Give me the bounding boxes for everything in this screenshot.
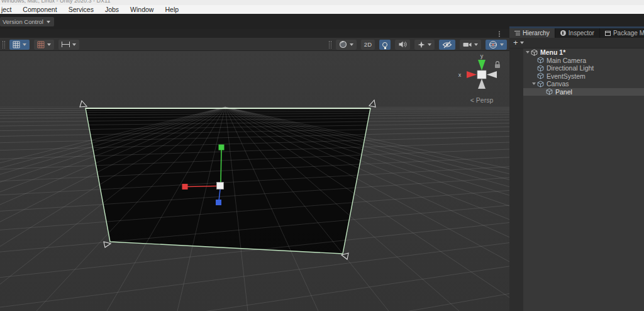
tab-inspector[interactable]: Inspector <box>555 28 600 38</box>
scene-audio-button[interactable] <box>395 40 410 50</box>
scene-icon <box>531 49 538 56</box>
gizmo-x-handle[interactable] <box>182 184 188 189</box>
gizmo-y-handle[interactable] <box>219 145 225 150</box>
tab-label: Package Manager <box>613 30 644 37</box>
foldout-arrow-icon[interactable] <box>525 51 531 54</box>
unity-editor-window: Windows, Mac, Linux - Unity 2020.3 - DX1… <box>0 0 644 311</box>
version-control-label: Version Control <box>3 18 43 25</box>
hierarchy-icon <box>514 31 520 35</box>
eye-slash-icon <box>442 41 452 48</box>
tab-package-manager[interactable]: Package Manager <box>600 28 644 38</box>
gameobject-cube-icon <box>546 88 553 95</box>
chevron-down-icon[interactable] <box>520 42 524 44</box>
chevron-down-icon <box>474 43 478 46</box>
chevron-down-icon <box>428 43 431 46</box>
grid-icon <box>13 41 20 48</box>
gizmo-sphere-icon <box>489 40 497 49</box>
axis-x-label: x <box>458 72 462 78</box>
hierarchy-row-directional-light[interactable]: Directional Light <box>509 64 644 72</box>
pane-menu-icon[interactable] <box>497 31 502 37</box>
gameobject-label: EventSystem <box>547 72 586 80</box>
grid-visibility-button[interactable] <box>9 40 30 50</box>
effects-star-icon <box>418 41 425 48</box>
gizmo-x-axis-line <box>187 186 217 187</box>
2d-toggle-button[interactable]: 2D <box>361 40 375 50</box>
tab-label: Inspector <box>569 30 594 37</box>
menu-help[interactable]: Help <box>159 5 184 14</box>
grid-snapping-button[interactable] <box>34 40 54 50</box>
grid-snap-icon <box>37 41 45 48</box>
gizmo-z-handle[interactable] <box>216 200 221 205</box>
panel-tab-bar: Hierarchy Inspector Package Manager <box>509 28 644 38</box>
gameobject-label: Directional Light <box>547 64 594 72</box>
window-title-bar: Windows, Mac, Linux - Unity 2020.3 - DX1… <box>0 0 644 5</box>
orientation-center-cube[interactable] <box>477 71 486 79</box>
scene-visibility-button[interactable] <box>439 40 455 50</box>
hierarchy-row-main-camera[interactable]: Main Camera <box>509 57 644 65</box>
toolbar-drag-handle[interactable] <box>329 41 331 48</box>
menu-component[interactable]: Component <box>17 5 62 14</box>
persp-label[interactable]: < Persp <box>470 96 494 104</box>
chevron-down-icon <box>500 43 504 46</box>
camera-settings-button[interactable] <box>460 40 481 50</box>
speaker-icon <box>398 41 407 48</box>
scene-lighting-button[interactable] <box>379 40 391 50</box>
scene-toolbar: 2D <box>0 38 509 51</box>
chevron-down-icon <box>23 43 26 46</box>
menu-window[interactable]: Window <box>125 5 159 14</box>
lightbulb-icon <box>382 42 387 47</box>
scene-tab-row <box>0 29 509 38</box>
axis-y-label: y <box>480 53 484 59</box>
window-title-text: Windows, Mac, Linux - Unity 2020.3 - DX1… <box>1 0 110 4</box>
snap-increment-icon <box>62 42 70 47</box>
snap-increment-button[interactable] <box>58 40 79 50</box>
hierarchy-row-scene[interactable]: Menu 1* <box>509 48 644 57</box>
scene-view: 2D <box>0 29 509 311</box>
shaded-sphere-icon <box>339 40 347 48</box>
hierarchy-row-panel[interactable]: Panel <box>509 88 644 96</box>
version-control-button[interactable]: Version Control <box>0 17 54 26</box>
gameobject-label: Panel <box>555 88 572 96</box>
chevron-down-icon <box>72 43 76 46</box>
shading-mode-button[interactable] <box>336 40 357 50</box>
chevron-down-icon <box>47 21 50 23</box>
right-dock-panel: Hierarchy Inspector Package Manager + <box>509 26 644 311</box>
2d-label: 2D <box>364 41 372 48</box>
gameobject-label: Canvas <box>547 80 569 88</box>
info-circle-icon <box>560 30 566 36</box>
scene-viewport[interactable]: y x < Persp <box>0 51 509 311</box>
tab-label: Hierarchy <box>523 30 550 37</box>
hierarchy-row-eventsystem[interactable]: EventSystem <box>509 72 644 81</box>
chevron-down-icon <box>47 43 51 46</box>
camera-icon <box>463 42 472 48</box>
gameobject-cube-icon <box>537 65 544 72</box>
menu-services[interactable]: Services <box>63 5 99 14</box>
tab-hierarchy[interactable]: Hierarchy <box>509 28 555 38</box>
foldout-arrow-icon[interactable] <box>531 82 537 85</box>
gameobject-label: Main Camera <box>547 57 586 64</box>
gameobject-cube-icon <box>537 57 544 64</box>
menu-jobs[interactable]: Jobs <box>99 5 125 14</box>
menu-gameobject[interactable]: ject <box>0 5 17 14</box>
scene-name-label: Menu 1* <box>540 48 565 56</box>
toolbar-drag-handle[interactable] <box>3 41 5 48</box>
menu-bar: ject Component Services Jobs Window Help <box>0 5 644 14</box>
create-button[interactable]: + <box>513 40 518 46</box>
gizmos-button[interactable] <box>486 40 507 50</box>
hierarchy-toolbar: + <box>509 38 644 48</box>
chevron-down-icon <box>350 43 353 46</box>
hierarchy-tree: Menu 1* Main Camera Directional Light Ev… <box>509 48 644 311</box>
hierarchy-row-canvas[interactable]: Canvas <box>509 80 644 88</box>
gameobject-cube-icon <box>537 72 544 79</box>
package-box-icon <box>605 31 611 36</box>
gizmo-y-axis-line <box>221 150 221 183</box>
gameobject-cube-icon <box>537 81 544 88</box>
gizmo-center-handle[interactable] <box>217 183 224 189</box>
effects-button[interactable] <box>414 40 435 50</box>
